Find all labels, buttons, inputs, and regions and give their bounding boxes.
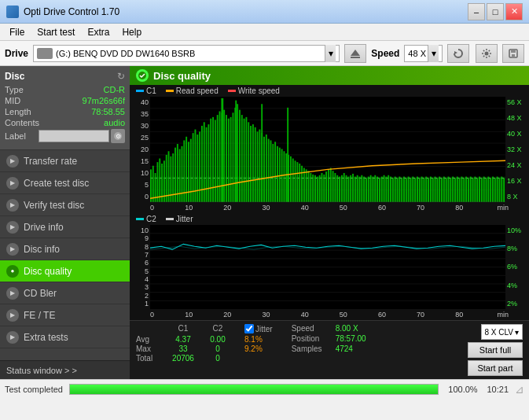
svg-rect-60 <box>239 110 241 202</box>
svg-text:⚙: ⚙ <box>116 133 121 140</box>
upper-chart-plot <box>150 97 505 202</box>
svg-rect-46 <box>208 124 209 202</box>
svg-rect-183 <box>287 108 288 202</box>
settings-button[interactable] <box>476 44 498 63</box>
max-c2-value: 0 <box>202 344 233 353</box>
svg-rect-81 <box>285 153 287 202</box>
sidebar-item-extra-tests-label: Extra tests <box>24 332 68 343</box>
samples-value: 4724 <box>336 344 353 353</box>
sidebar: Disc ↻ Type CD-R MID 97m26s66f Length 78… <box>0 66 130 379</box>
svg-rect-126 <box>385 177 387 202</box>
menu-extra[interactable]: Extra <box>81 25 116 39</box>
svg-rect-152 <box>443 177 445 202</box>
svg-rect-84 <box>292 158 294 201</box>
speed-label: Speed <box>371 48 399 59</box>
svg-rect-50 <box>217 115 219 202</box>
sidebar-item-create-test-disc[interactable]: ▶ Create test disc <box>0 172 130 194</box>
sidebar-item-transfer-rate[interactable]: ▶ Transfer rate <box>0 150 130 172</box>
svg-rect-101 <box>330 168 332 201</box>
disc-quality-header-icon <box>136 69 149 82</box>
drive-select-text: (G:) BENQ DVD DD DW1640 BSRB <box>56 49 321 58</box>
svg-marker-0 <box>351 50 360 56</box>
close-button[interactable]: ✕ <box>505 3 523 20</box>
max-label: Max <box>136 344 164 353</box>
jitter-col-header: Jitter <box>255 325 273 333</box>
disc-length-value: 78:58.55 <box>91 107 125 116</box>
svg-rect-86 <box>296 162 298 202</box>
svg-rect-139 <box>414 178 416 201</box>
jitter-checkbox-container[interactable]: Jitter <box>244 324 273 333</box>
svg-rect-72 <box>266 134 267 202</box>
svg-rect-175 <box>494 178 496 201</box>
menu-file[interactable]: File <box>3 25 31 39</box>
svg-rect-130 <box>395 177 396 202</box>
refresh-button[interactable] <box>447 44 469 63</box>
cd-bler-icon: ▶ <box>6 287 19 300</box>
sidebar-item-disc-info-label: Disc info <box>24 244 60 255</box>
speed-selector[interactable]: 48 X ▾ <box>404 45 443 62</box>
disc-label-edit-button[interactable]: ⚙ <box>111 129 125 143</box>
speed-dropdown-arrow[interactable]: ▾ <box>428 45 439 62</box>
maximize-button[interactable]: □ <box>487 3 504 20</box>
speed-row: Speed 8.00 X <box>292 324 366 333</box>
svg-rect-78 <box>279 148 281 202</box>
disc-quality-title: Disc quality <box>153 70 211 82</box>
svg-rect-154 <box>448 177 450 202</box>
sidebar-item-fe-te[interactable]: ▶ FE / TE <box>0 304 130 326</box>
sidebar-item-transfer-rate-label: Transfer rate <box>24 156 77 167</box>
resize-grip[interactable]: ⊿ <box>515 383 524 396</box>
svg-rect-123 <box>379 178 380 201</box>
disc-refresh-icon[interactable]: ↻ <box>117 71 125 82</box>
samples-row: Samples 4724 <box>292 344 366 353</box>
svg-rect-128 <box>390 177 391 202</box>
svg-rect-106 <box>341 175 343 202</box>
sidebar-item-drive-info[interactable]: ▶ Drive info <box>0 216 130 238</box>
sidebar-item-extra-tests[interactable]: ▶ Extra tests <box>0 326 130 348</box>
svg-rect-118 <box>368 177 369 202</box>
speed-mode-selector[interactable]: 8 X CLV ▾ <box>481 324 523 340</box>
minimize-button[interactable]: – <box>468 3 485 20</box>
legend-c1: C1 <box>136 87 156 95</box>
drive-selector[interactable]: (G:) BENQ DVD DD DW1640 BSRB ▾ <box>33 45 340 62</box>
svg-rect-179 <box>503 178 505 201</box>
svg-rect-125 <box>384 175 385 202</box>
eject-button[interactable] <box>344 44 366 63</box>
svg-rect-49 <box>215 120 216 202</box>
menu-starttest[interactable]: Start test <box>31 25 81 39</box>
svg-rect-57 <box>233 112 234 202</box>
svg-rect-132 <box>399 177 400 202</box>
svg-rect-160 <box>461 177 463 202</box>
sidebar-item-cd-bler[interactable]: ▶ CD Bler <box>0 282 130 304</box>
svg-rect-117 <box>366 178 367 201</box>
svg-rect-87 <box>299 164 300 202</box>
status-window-button[interactable]: Status window > > <box>0 360 130 379</box>
drive-dropdown-arrow[interactable]: ▾ <box>325 45 336 62</box>
sidebar-item-disc-info[interactable]: ▶ Disc info <box>0 238 130 260</box>
svg-rect-129 <box>392 178 394 201</box>
disc-length-label: Length <box>5 107 31 116</box>
legend-c1-dot <box>136 90 144 92</box>
disc-label-input[interactable] <box>39 130 109 142</box>
window-controls: – □ ✕ <box>468 3 523 20</box>
jitter-checkbox[interactable] <box>244 324 254 333</box>
save-button[interactable] <box>502 44 524 63</box>
sidebar-item-disc-quality[interactable]: ● Disc quality <box>0 260 130 282</box>
svg-rect-95 <box>317 177 318 202</box>
menubar: File Start test Extra Help <box>0 24 529 41</box>
sidebar-item-fe-te-label: FE / TE <box>24 310 55 321</box>
stats-columns: C1 C2 Jitter Avg 4.37 0.00 <box>136 324 273 363</box>
menu-help[interactable]: Help <box>116 25 148 39</box>
disc-mid-value: 97m26s66f <box>83 96 125 105</box>
sidebar-item-verify-test-disc[interactable]: ▶ Verify test disc <box>0 194 130 216</box>
svg-rect-122 <box>377 177 378 202</box>
upper-y-axis-right: 56 X 48 X 40 X 32 X 24 X 16 X 8 X <box>505 97 529 202</box>
start-part-button[interactable]: Start part <box>468 360 523 376</box>
svg-rect-107 <box>343 173 345 202</box>
start-full-button[interactable]: Start full <box>468 342 523 358</box>
svg-rect-98 <box>323 175 325 202</box>
avg-label: Avg <box>136 335 164 344</box>
legend-jitter: Jitter <box>166 215 193 223</box>
svg-rect-142 <box>421 177 423 202</box>
svg-rect-24 <box>159 158 160 201</box>
lower-y-axis-right: 10% 8% 6% 4% 2% <box>505 225 529 309</box>
